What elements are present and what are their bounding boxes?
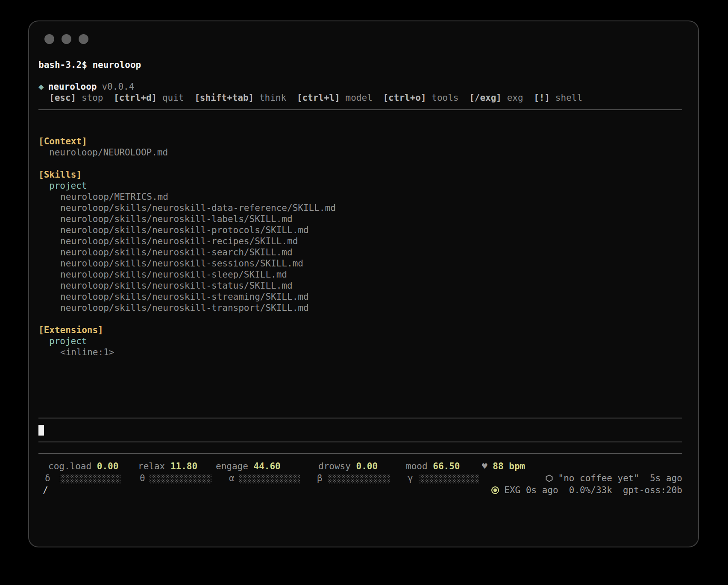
heart-icon: ♥ [482,461,487,471]
band-delta-label: δ [45,473,50,484]
exg-usage: 0.0%/33k [569,485,612,496]
metrics-value-row: cog.load 0.00 relax 11.80 engage 44.60 d… [38,461,682,473]
skills-group-label: project [38,180,682,191]
app-header: ◆neuroloopv0.0.4 [38,81,682,92]
heart-rate: ♥ 88 bpm [482,461,525,472]
exg-connection-icon [491,486,499,494]
status-separator [38,453,682,454]
window-minimize-button[interactable] [62,34,71,44]
text-cursor [38,425,44,436]
spacer [38,313,682,325]
exg-status-row: / EXG 0s ago0.0%/33kgpt-oss:20b [38,485,682,497]
band-gamma-label: γ [408,473,413,484]
skill-item: neuroloop/skills/neuroskill-status/SKILL… [38,280,682,291]
metric-mood: mood 66.50 [406,461,460,472]
exg-status: EXG 0s ago0.0%/33kgpt-oss:20b [491,485,682,496]
window-titlebar [29,21,698,44]
prompt-input[interactable] [38,418,682,442]
metric-engage: engage 44.60 [216,461,281,472]
extensions-group-label: project [38,336,682,347]
shortcut-shell[interactable]: [!] shell [534,93,582,103]
skill-item: neuroloop/skills/neuroskill-sessions/SKI… [38,258,682,269]
diamond-icon: ◆ [38,82,44,92]
mind-state-quote: "no coffee yet" [558,473,639,484]
extensions-section-header: [Extensions] [38,325,682,336]
hexagon-icon [546,474,553,482]
mind-state-status: "no coffee yet"5s ago [546,473,682,484]
skill-item: neuroloop/skills/neuroskill-search/SKILL… [38,247,682,258]
band-alpha-label: α [229,473,235,484]
skill-item: neuroloop/skills/neuroskill-protocols/SK… [38,225,682,236]
terminal-window: bash-3.2$ neuroloop ◆neuroloopv0.0.4 [es… [28,20,699,547]
shortcut-tools[interactable]: [ctrl+o] tools [383,93,458,103]
context-item: neuroloop/NEUROLOOP.md [38,147,682,158]
shell-prompt-line: bash-3.2$ neuroloop [38,59,682,70]
band-delta-bar [60,474,121,484]
app-name: neuroloop [48,82,97,92]
band-alpha-bar [239,474,300,484]
header-separator [38,109,682,110]
band-gamma-bar [419,474,479,484]
spinner-indicator: / [43,485,48,496]
shortcut-bar: [esc] stop [ctrl+d] quit [shift+tab] thi… [38,92,682,103]
band-beta-bar [328,474,390,484]
band-theta-label: θ [140,473,145,484]
skill-item: neuroloop/skills/neuroskill-transport/SK… [38,302,682,313]
band-theta-bar [150,474,211,484]
skill-item: neuroloop/skills/neuroskill-labels/SKILL… [38,214,682,225]
eeg-bands-row: δ θ α β γ "no coffee yet"5s ago [38,473,682,485]
spacer [38,158,682,169]
mind-state-ago: 5s ago [650,473,682,484]
metric-drowsy: drowsy 0.00 [318,461,378,472]
exg-model: gpt-oss:20b [623,485,682,496]
terminal-content: bash-3.2$ neuroloop ◆neuroloopv0.0.4 [es… [29,59,698,497]
metric-cogload: cog.load 0.00 [48,461,118,472]
extension-item: <inline:1> [38,347,682,358]
skill-item: neuroloop/skills/neuroskill-recipes/SKIL… [38,236,682,247]
skill-item: neuroloop/skills/neuroskill-data-referen… [38,202,682,214]
shortcut-model[interactable]: [ctrl+l] model [297,93,373,103]
metric-relax: relax 11.80 [138,461,197,472]
shortcut-exg[interactable]: [/exg] exg [469,93,523,103]
shortcut-stop[interactable]: [esc] stop [49,93,103,103]
app-version: v0.0.4 [102,82,134,92]
skill-item: neuroloop/METRICS.md [38,191,682,202]
skill-item: neuroloop/skills/neuroskill-streaming/SK… [38,291,682,302]
skills-section-header: [Skills] [38,169,682,180]
window-close-button[interactable] [44,34,54,44]
shortcut-quit[interactable]: [ctrl+d] quit [114,93,184,103]
shortcut-think[interactable]: [shift+tab] think [194,93,286,103]
context-section-header: [Context] [38,136,682,147]
window-zoom-button[interactable] [79,34,88,44]
band-beta-label: β [317,473,323,484]
exg-label: EXG 0s ago [504,485,558,496]
skill-item: neuroloop/skills/neuroskill-sleep/SKILL.… [38,269,682,280]
